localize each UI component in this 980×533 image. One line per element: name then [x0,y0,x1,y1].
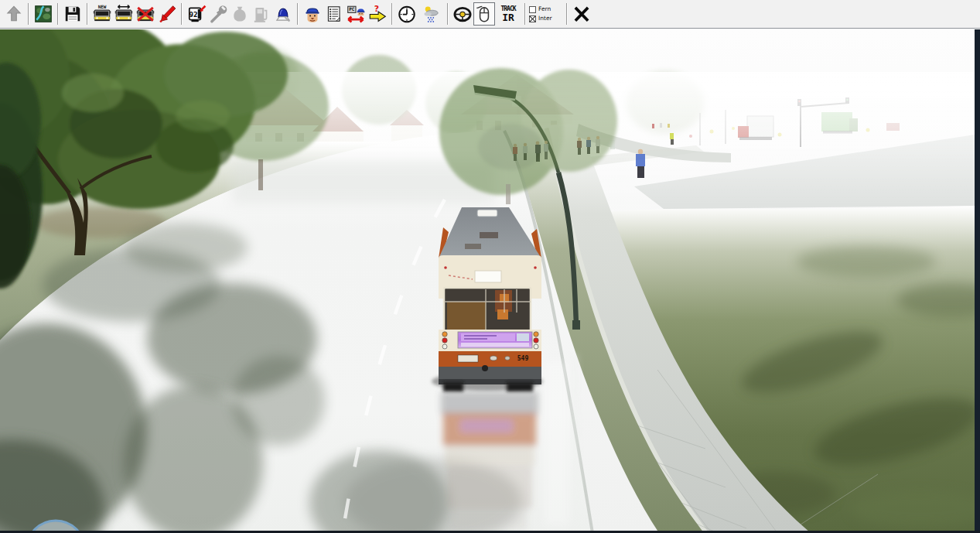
bus-swap-arrows-icon [114,4,134,24]
scene-render: 549 [0,29,980,533]
new-bus-icon: NEW [92,4,112,24]
close-button[interactable] [571,2,592,26]
toolbar-separator [297,3,299,25]
spawn-new-bus-button[interactable]: NEW [91,2,113,26]
repair-button[interactable] [207,2,229,26]
sun-cloud-rain-icon [420,4,442,24]
fuel-pump-icon [251,4,271,24]
toolbar-separator [524,3,526,25]
toolbar-separator [391,3,393,25]
svg-text:PC: PC [349,6,355,12]
driver-button[interactable] [302,2,323,26]
ticket-sale-button[interactable]: 92 [186,2,207,26]
checklist-paper-icon [324,4,344,24]
main-toolbar: NEW [0,0,980,29]
omsi-simulator-window: { "toolbar": { "background": "#f1f1f1", … [0,0,980,533]
svg-text:NEW: NEW [98,4,107,9]
refuel-button[interactable] [251,2,272,26]
bus-license-plate [458,355,478,362]
bus-fleet-number: 549 [517,355,529,362]
ticket-machine-92-icon: 92 [186,4,207,24]
view-options-panel: Fern Inter [529,2,563,26]
svg-text:92: 92 [189,10,197,19]
money-bag-icon [230,4,250,24]
wrench-icon [208,4,228,24]
toolbar-separator [566,3,568,25]
hide-toolbar-button[interactable] [3,2,25,26]
blue-beacon-icon [273,4,293,24]
toolbar-separator [57,3,59,25]
map-icon [33,4,53,24]
driver-face-icon [302,4,323,24]
remove-bus-button[interactable] [135,2,156,26]
steering-control-button[interactable] [452,2,473,26]
computer-mouse-icon [474,4,494,24]
red-arrow-southwest-icon [157,4,177,24]
toolbar-separator [28,3,29,25]
checkbox-row-fern[interactable]: Fern [529,6,563,13]
clock-icon [397,4,417,24]
window-border-right [975,29,980,533]
inter-checkbox[interactable] [529,15,536,22]
steering-wheel-icon [452,4,473,24]
checkbox-row-inter[interactable]: Inter [529,15,563,22]
save-button[interactable] [62,2,84,26]
ai-control-swap-button[interactable]: PC [345,2,367,26]
close-icon [572,4,592,24]
viewport-3d[interactable]: 549 [0,29,980,533]
toolbar-separator [87,3,88,25]
fern-checkbox[interactable] [529,6,536,13]
time-button[interactable] [396,2,418,26]
map-button[interactable] [32,2,54,26]
up-arrow-icon [4,4,24,24]
schedule-button[interactable] [323,2,345,26]
blue-beacon-button[interactable] [272,2,294,26]
bus-delete-cross-icon [135,4,155,24]
tutorial-arrow-button[interactable]: ? [367,2,388,26]
toolbar-separator [447,3,449,25]
trackir-label: TRACK IR [500,6,515,22]
mouse-control-button[interactable] [473,2,495,26]
weather-button[interactable] [418,2,444,26]
track-ir-button[interactable]: TRACK IR [495,2,521,26]
jump-to-bus-button[interactable] [156,2,178,26]
inter-checkbox-label: Inter [538,15,552,22]
yellow-arrow-question-icon: ? [367,4,388,24]
floppy-disk-icon [63,4,83,24]
pc-face-arrows-icon: PC [346,4,366,24]
toolbar-separator [181,3,183,25]
money-bag-button[interactable] [229,2,251,26]
fern-checkbox-label: Fern [538,6,551,12]
switch-bus-button[interactable] [113,2,135,26]
